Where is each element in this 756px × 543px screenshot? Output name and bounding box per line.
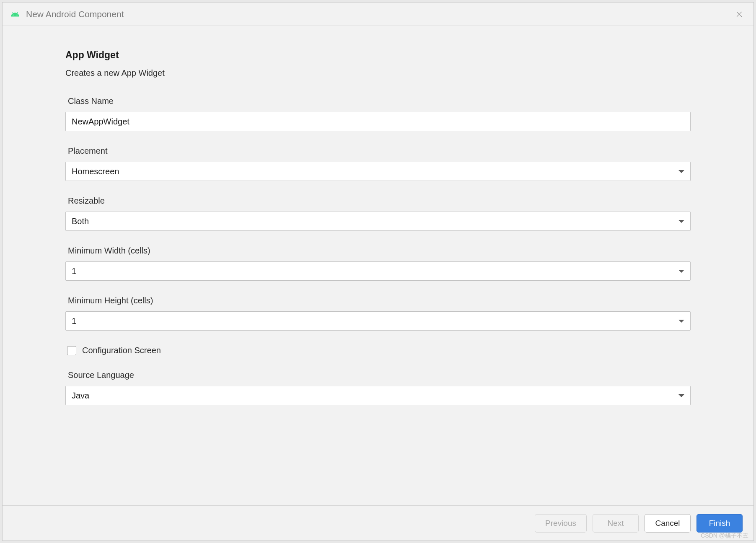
chevron-down-icon [678, 394, 684, 397]
class-name-label: Class Name [65, 96, 691, 106]
android-icon [10, 9, 20, 19]
resizable-select[interactable]: Both [65, 212, 691, 231]
dialog-content: App Widget Creates a new App Widget Clas… [3, 26, 753, 505]
previous-button[interactable]: Previous [535, 514, 587, 533]
placement-select[interactable]: Homescreen [65, 162, 691, 181]
close-button[interactable] [733, 8, 746, 21]
chevron-down-icon [678, 320, 684, 323]
min-width-label: Minimum Width (cells) [65, 246, 691, 256]
resizable-value: Both [72, 217, 678, 226]
min-height-select[interactable]: 1 [65, 311, 691, 331]
dialog-window: New Android Component App Widget Creates… [2, 2, 754, 541]
cancel-button[interactable]: Cancel [645, 514, 691, 533]
page-subheading: Creates a new App Widget [65, 68, 691, 78]
placement-label: Placement [65, 146, 691, 156]
config-screen-label: Configuration Screen [82, 346, 161, 355]
source-language-value: Java [72, 391, 678, 401]
finish-button[interactable]: Finish [696, 514, 743, 533]
source-language-select[interactable]: Java [65, 386, 691, 405]
field-class-name: Class Name [65, 96, 691, 131]
page-heading: App Widget [65, 49, 691, 61]
dialog-footer: Previous Next Cancel Finish [3, 505, 753, 540]
chevron-down-icon [678, 220, 684, 223]
titlebar-title: New Android Component [26, 9, 733, 19]
close-icon [735, 10, 743, 18]
next-button[interactable]: Next [593, 514, 639, 533]
field-min-width: Minimum Width (cells) 1 [65, 246, 691, 281]
chevron-down-icon [678, 270, 684, 273]
chevron-down-icon [678, 170, 684, 173]
field-min-height: Minimum Height (cells) 1 [65, 296, 691, 331]
field-config-screen: Configuration Screen [65, 346, 691, 355]
source-language-label: Source Language [65, 370, 691, 380]
config-screen-checkbox[interactable] [67, 346, 76, 355]
min-width-value: 1 [72, 266, 678, 276]
titlebar: New Android Component [3, 3, 753, 26]
placement-value: Homescreen [72, 167, 678, 176]
field-resizable: Resizable Both [65, 196, 691, 231]
min-height-label: Minimum Height (cells) [65, 296, 691, 305]
min-height-value: 1 [72, 316, 678, 326]
field-source-language: Source Language Java [65, 370, 691, 405]
class-name-input[interactable] [65, 112, 691, 131]
resizable-label: Resizable [65, 196, 691, 206]
field-placement: Placement Homescreen [65, 146, 691, 181]
min-width-select[interactable]: 1 [65, 261, 691, 281]
